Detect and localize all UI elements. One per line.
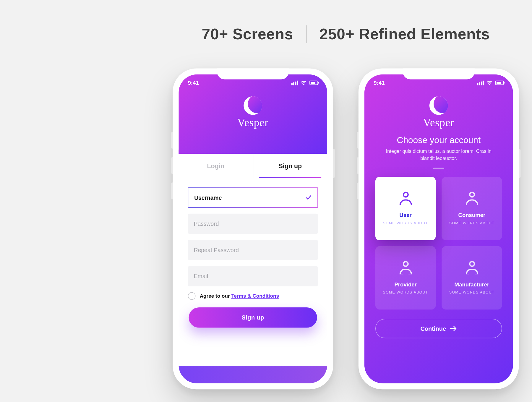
battery-icon (495, 81, 504, 85)
device-signup: 9:41 Vesper (173, 68, 333, 389)
repeat-password-field[interactable]: Repeat Password (188, 240, 318, 260)
moon-icon (244, 96, 262, 115)
moon-icon (429, 96, 448, 115)
card-title: Provider (394, 281, 416, 287)
app-logo: Vesper (423, 96, 454, 129)
card-desc: SOME WORDS ABOUT (383, 221, 428, 225)
battery-icon (309, 81, 318, 85)
person-icon (397, 192, 414, 210)
tab-signup[interactable]: Sign up (253, 154, 327, 178)
account-card-user[interactable]: User SOME WORDS ABOUT (375, 177, 436, 240)
terms-row[interactable]: Agree to our Terms & Conditions (188, 292, 318, 300)
person-icon (397, 261, 414, 279)
continue-button[interactable]: Continue (375, 319, 502, 338)
drag-handle[interactable] (433, 167, 444, 169)
continue-label: Continue (420, 325, 446, 332)
arrow-right-icon (450, 326, 457, 331)
card-title: User (399, 212, 411, 218)
password-label: Password (194, 221, 219, 227)
account-card-provider[interactable]: Provider SOME WORDS ABOUT (375, 246, 436, 309)
username-label: Username (194, 194, 222, 201)
auth-tabs: Login Sign up (179, 154, 327, 178)
account-type-grid: User SOME WORDS ABOUT Consumer SOME WORD… (375, 177, 502, 309)
account-card-consumer[interactable]: Consumer SOME WORDS ABOUT (442, 177, 502, 240)
brand-name: Vesper (237, 116, 268, 129)
card-title: Consumer (458, 212, 485, 218)
username-field[interactable]: Username (188, 187, 318, 208)
device-choose-account: 9:41 Vesper Choose your acc (359, 68, 519, 389)
terms-radio[interactable] (188, 292, 196, 300)
page-subtitle: Integer quis dictum tellus, a auctor lor… (384, 148, 494, 162)
tab-login[interactable]: Login (179, 154, 253, 178)
signup-panel: Login Sign up Username Password (179, 154, 327, 383)
device-notch (217, 68, 289, 79)
account-card-manufacturer[interactable]: Manufacturer SOME WORDS ABOUT (442, 246, 502, 309)
signal-icon (291, 80, 298, 85)
email-label: Email (194, 273, 208, 279)
wifi-icon (301, 80, 307, 85)
headline-right: 250+ Refined Elements (319, 25, 490, 43)
status-time: 9:41 (374, 80, 385, 86)
page-title: Choose your account (397, 135, 481, 145)
terms-link[interactable]: Terms & Conditions (231, 293, 279, 299)
status-time: 9:41 (188, 80, 199, 86)
marketing-headline: 70+ Screens 250+ Refined Elements (80, 25, 532, 43)
terms-text: Agree to our Terms & Conditions (200, 293, 279, 299)
card-desc: SOME WORDS ABOUT (449, 221, 494, 225)
person-icon (463, 261, 481, 279)
app-header: 9:41 Vesper (179, 74, 327, 154)
card-desc: SOME WORDS ABOUT (383, 290, 428, 294)
email-field[interactable]: Email (188, 266, 318, 286)
card-title: Manufacturer (455, 281, 489, 287)
signup-button[interactable]: Sign up (189, 307, 317, 328)
brand-name: Vesper (423, 116, 454, 129)
signal-icon (477, 80, 484, 85)
headline-left: 70+ Screens (202, 25, 293, 43)
app-logo: Vesper (237, 96, 268, 154)
footer-strip (179, 366, 327, 383)
repeat-password-label: Repeat Password (194, 247, 239, 253)
headline-separator (306, 25, 307, 43)
card-desc: SOME WORDS ABOUT (449, 290, 494, 294)
person-icon (463, 192, 481, 210)
check-icon (306, 195, 312, 201)
device-notch (403, 68, 475, 79)
password-field[interactable]: Password (188, 214, 318, 234)
wifi-icon (486, 80, 493, 85)
